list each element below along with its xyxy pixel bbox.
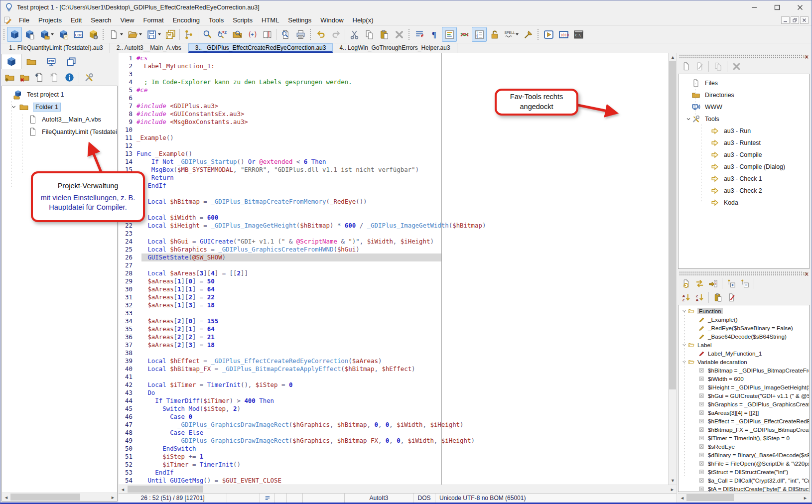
- menu-format[interactable]: Format: [138, 15, 168, 25]
- code-line[interactable]: 48 Case Else: [119, 429, 668, 437]
- code-line[interactable]: 52 $iTimer = TimerInit(): [119, 461, 668, 469]
- code-line[interactable]: 22 Local $iHeight = _GDIPlus_ImageGetHei…: [119, 222, 668, 230]
- remove-file-button[interactable]: [47, 71, 61, 85]
- run-script-button[interactable]: [541, 27, 556, 42]
- editor-hscrollbar[interactable]: ◄ ►: [119, 485, 677, 493]
- code-line[interactable]: 8#include <GUIConstantsEx.au3>: [119, 110, 668, 118]
- show-formatting-button[interactable]: ¶: [427, 27, 442, 42]
- code-line[interactable]: 20: [119, 206, 668, 214]
- code-line[interactable]: 44 If TimerDiff($iTimer) > 400 Then: [119, 397, 668, 405]
- code-line[interactable]: 15 MsgBox($MB_SYSTEMMODAL, "ERROR", "GDI…: [119, 166, 668, 174]
- open-file-button[interactable]: [125, 27, 144, 42]
- delete-button[interactable]: [392, 27, 406, 42]
- code-line[interactable]: 25 Local $hGraphics = _GDIPlus_GraphicsC…: [119, 246, 668, 253]
- menu-projects[interactable]: Projects: [34, 15, 66, 25]
- code-line[interactable]: 34 $aAreas[2][0] = 155: [119, 317, 668, 325]
- explorer-item[interactable]: _RedEye($bSaveBinary = False): [678, 324, 809, 332]
- menu-settings[interactable]: Settings: [283, 15, 316, 25]
- menu-scripts[interactable]: Scripts: [228, 15, 257, 25]
- matching-brace-button[interactable]: (+): [245, 27, 260, 42]
- mdi-close-button[interactable]: [800, 16, 809, 24]
- maximize-button[interactable]: [766, 0, 789, 14]
- code-line[interactable]: 24 Local $hGui = GUICreate("GDI+ v1.1 ("…: [119, 238, 668, 246]
- explorer-item[interactable]: $tA = DllStructCreate("byte[" & DllStruc…: [678, 485, 809, 492]
- code-line[interactable]: 30 $aAreas[1][1] = 64: [119, 285, 668, 293]
- stay-on-top-button[interactable]: [521, 27, 536, 42]
- line-numbers-button[interactable]: 123: [472, 27, 487, 42]
- explorer-item[interactable]: $hBitmap_FX = _GDIPlus_BitmapCreateApply…: [678, 425, 809, 434]
- code-line[interactable]: 37 $aAreas[2][3] = 18: [119, 341, 668, 349]
- code-line[interactable]: 53 EndIf: [119, 469, 668, 477]
- explorer-item[interactable]: $hBitmap = _GDIPlus_BitmapCreateFromMemo…: [678, 366, 809, 375]
- code-editor[interactable]: 1#cs2 Label_MyFunction_1:34 ; Im Code-Ex…: [119, 53, 668, 485]
- scroll-right-icon[interactable]: ►: [109, 493, 117, 502]
- fav-add-button[interactable]: [680, 60, 692, 72]
- edit-list-button[interactable]: [725, 291, 737, 303]
- fav-delete-button[interactable]: [730, 60, 742, 72]
- code-line[interactable]: 11_Example(): [119, 134, 668, 142]
- code-line[interactable]: 46 Case 0: [119, 413, 668, 421]
- explorer-item[interactable]: $hGui = GUICreate("GDI+ v1.1 (" & @Scrip…: [678, 391, 809, 400]
- remove-folder-button[interactable]: [17, 71, 31, 85]
- scroll-up-icon[interactable]: ▲: [669, 53, 677, 61]
- tree-item-file[interactable]: FileQuantityLimit (Testdatei).au3: [2, 126, 117, 138]
- code-line[interactable]: 47 _GDIPlus_GraphicsDrawImageRect($hGrap…: [119, 421, 668, 429]
- jump-to-button[interactable]: [693, 277, 705, 289]
- syntax-highlighting-button[interactable]: [442, 27, 457, 42]
- explorer-item[interactable]: $hFile = FileOpen(@ScriptDir & "\220px-B…: [678, 459, 809, 468]
- print-preview-button[interactable]: [278, 27, 293, 42]
- code-line[interactable]: 31 $aAreas[1][2] = 22: [119, 293, 668, 301]
- close-panel-icon[interactable]: [803, 270, 810, 277]
- project-open-button[interactable]: [37, 27, 56, 42]
- document-tab-4[interactable]: 4.. LogWin_GoThroughErrors_Helper.au3: [333, 43, 457, 53]
- print-button[interactable]: [293, 27, 308, 42]
- code-line[interactable]: 51 $iStep += 1: [119, 453, 668, 461]
- ftp-tab[interactable]: FTP: [41, 54, 61, 69]
- dropdown-arrow-icon[interactable]: [158, 33, 161, 35]
- project-copy-button[interactable]: [22, 27, 37, 42]
- redo-button[interactable]: [328, 27, 343, 42]
- scroll-left-icon[interactable]: ◄: [119, 485, 127, 494]
- explorer-group-function[interactable]: Function: [678, 307, 809, 315]
- fav-tool-item[interactable]: au3 - Runtest: [678, 137, 809, 149]
- scrollbar-thumb[interactable]: [128, 486, 203, 493]
- code-line[interactable]: 40 Local $hBitmap_FX = _GDIPlus_BitmapCr…: [119, 365, 668, 373]
- document-tab-1[interactable]: 1.. FileQuantityLimit (Testdatei).au3: [2, 43, 110, 53]
- code-line[interactable]: 42 Local $iTimer = TimerInit(), $iStep =…: [119, 381, 668, 389]
- fav-tool-item[interactable]: Koda: [678, 197, 809, 209]
- refresh-explorer-button[interactable]: [680, 277, 692, 289]
- code-tree-button[interactable]: [181, 27, 196, 42]
- menu-encoding[interactable]: Encoding: [168, 15, 204, 25]
- code-line[interactable]: 33: [119, 309, 668, 317]
- new-file-button[interactable]: [106, 27, 125, 42]
- explorer-item[interactable]: $aAreas[3][4] = [[2]]: [678, 408, 809, 417]
- code-line[interactable]: 13Func _Example(): [119, 150, 668, 158]
- fav-item-directories[interactable]: Directories: [678, 89, 809, 101]
- explorer-item[interactable]: $dBinary = Binary(_Base64Decode($sRedEye…: [678, 451, 809, 459]
- explorer-item[interactable]: $a_Call = DllCall("Crypt32.dll", "int", …: [678, 476, 809, 485]
- minimize-button[interactable]: [743, 0, 766, 14]
- scroll-left-icon[interactable]: ◄: [678, 494, 686, 502]
- code-line[interactable]: 35 $aAreas[2][1] = 64: [119, 325, 668, 333]
- code-line[interactable]: 3: [119, 70, 668, 78]
- code-line[interactable]: 9#include <MsgBoxConstants.au3>: [119, 118, 668, 126]
- document-tab-2[interactable]: 2.. AutoIt3__Main_A.vbs: [110, 43, 188, 53]
- code-line[interactable]: 29 $aAreas[1][0] = 50: [119, 277, 668, 285]
- toolbar-grip[interactable]: [537, 28, 540, 40]
- fav-tool-item[interactable]: au3 - Compile: [678, 149, 809, 161]
- menu-view[interactable]: View: [116, 15, 139, 25]
- code-line[interactable]: 38: [119, 349, 668, 357]
- search-button[interactable]: [200, 27, 215, 42]
- code-line[interactable]: 54 Until GUIGetMsg() = $GUI_EVENT_CLOSE: [119, 477, 668, 485]
- code-line[interactable]: 2 Label_MyFunction_1:: [119, 62, 668, 70]
- explorer-panel-grip[interactable]: [679, 271, 809, 276]
- explorer-item[interactable]: $sRedEye: [678, 442, 809, 451]
- explorer-group-label[interactable]: Label: [678, 341, 809, 349]
- editor-vscrollbar[interactable]: ▲ ▼: [668, 53, 677, 485]
- tree-item-file[interactable]: AutoIt3__Main_A.vbs: [2, 113, 117, 126]
- add-file-button[interactable]: [32, 71, 46, 85]
- cpp-syntax-button[interactable]: C++: [457, 27, 472, 42]
- log-window-button[interactable]: LOG: [71, 27, 86, 42]
- code-line[interactable]: 32 $aAreas[1][3] = 18: [119, 301, 668, 309]
- scroll-right-icon[interactable]: ►: [801, 494, 810, 502]
